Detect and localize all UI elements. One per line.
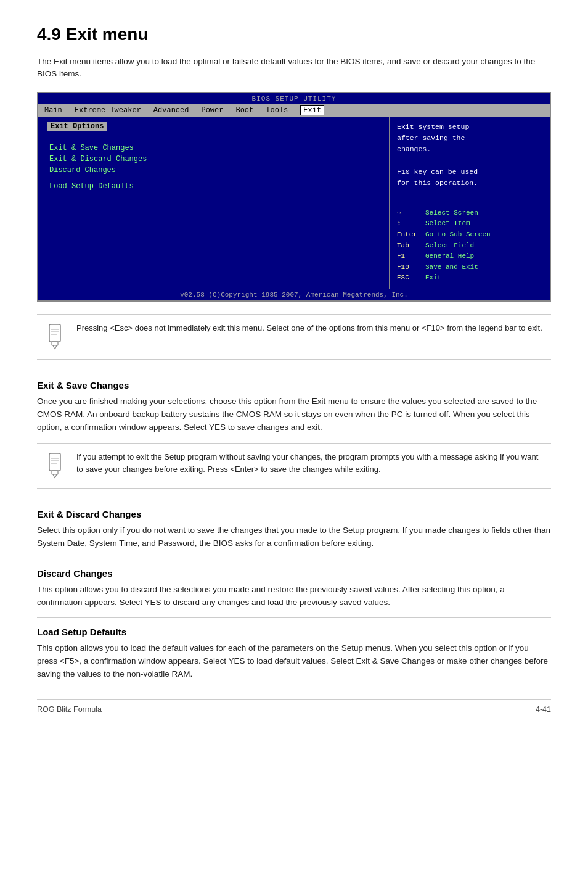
svg-line-2 (53, 345, 55, 349)
legend-esc: ESCExit (397, 273, 542, 284)
bios-content: Exit Options Exit & Save Changes Exit & … (38, 117, 550, 289)
note-text-2: If you attempt to exit the Setup program… (76, 451, 545, 476)
divider-3 (37, 559, 551, 559)
text-discard: This option allows you to discard the se… (37, 584, 551, 609)
pencil-icon (44, 323, 67, 350)
bios-right-panel: Exit system setupafter saving thechanges… (390, 117, 550, 289)
heading-exit-save: Exit & Save Changes (37, 380, 551, 390)
heading-load-defaults: Load Setup Defaults (37, 627, 551, 637)
svg-line-10 (55, 474, 57, 478)
svg-rect-7 (49, 453, 60, 471)
bios-opt-exit-save: Exit & Save Changes (47, 144, 380, 152)
footer-left: ROG Blitz Formula (37, 705, 102, 714)
bios-opt-exit-discard: Exit & Discard Changes (47, 155, 380, 163)
divider-4 (37, 617, 551, 618)
legend-f10: F10Save and Exit (397, 262, 542, 273)
bios-title-bar: BIOS SETUP UTILITY (38, 93, 550, 104)
note-box-2: If you attempt to exit the Setup program… (37, 443, 551, 489)
bios-opt-load-defaults: Load Setup Defaults (47, 182, 380, 191)
bios-left-panel: Exit Options Exit & Save Changes Exit & … (38, 117, 390, 289)
svg-rect-8 (52, 471, 58, 474)
legend-select-screen: ↔Select Screen (397, 208, 542, 219)
legend-enter: EnterGo to Sub Screen (397, 229, 542, 241)
page-title: 4.9 Exit menu (37, 25, 551, 44)
note-icon-2 (43, 451, 68, 481)
bios-menu-tools: Tools (266, 106, 288, 115)
bios-menu-exit: Exit (300, 105, 324, 115)
note-icon-1 (43, 322, 68, 352)
divider-2 (37, 500, 551, 500)
intro-text: The Exit menu items allow you to load th… (37, 56, 551, 81)
page-footer: ROG Blitz Formula 4-41 (37, 699, 551, 714)
bios-menu-bar: Main Extreme Tweaker Advanced Power Boot… (38, 104, 550, 117)
bios-opt-discard: Discard Changes (47, 166, 380, 175)
svg-rect-0 (49, 324, 60, 342)
bios-section-title: Exit Options (47, 122, 107, 131)
bios-menu-extreme: Extreme Tweaker (75, 106, 141, 115)
svg-line-3 (55, 345, 57, 349)
bios-menu-power: Power (201, 106, 223, 115)
bios-screenshot: BIOS SETUP UTILITY Main Extreme Tweaker … (37, 92, 551, 302)
legend-f1: F1General Help (397, 251, 542, 262)
divider-1 (37, 371, 551, 371)
note-box-1: Pressing <Esc> does not immediately exit… (37, 314, 551, 360)
heading-discard: Discard Changes (37, 568, 551, 579)
text-exit-save: Once you are finished making your select… (37, 395, 551, 434)
heading-exit-discard: Exit & Discard Changes (37, 509, 551, 519)
bios-menu-boot: Boot (235, 106, 253, 115)
legend-select-item: ↕Select Item (397, 218, 542, 229)
text-exit-discard: Select this option only if you do not wa… (37, 524, 551, 550)
legend-tab: TabSelect Field (397, 241, 542, 252)
svg-rect-1 (52, 342, 58, 345)
text-load-defaults: This option allows you to load the defau… (37, 642, 551, 681)
bios-menu-advanced: Advanced (153, 106, 189, 115)
bios-right-text1: Exit system setupafter saving thechanges… (397, 122, 542, 189)
note-text-1: Pressing <Esc> does not immediately exit… (76, 322, 542, 334)
pencil-icon-2 (44, 452, 67, 479)
footer-right: 4-41 (536, 705, 551, 714)
svg-line-9 (53, 474, 55, 478)
bios-menu-main: Main (44, 106, 62, 115)
bios-footer: v02.58 (C)Copyright 1985-2007, American … (38, 289, 550, 300)
bios-legend: ↔Select Screen ↕Select Item EnterGo to S… (397, 208, 542, 284)
